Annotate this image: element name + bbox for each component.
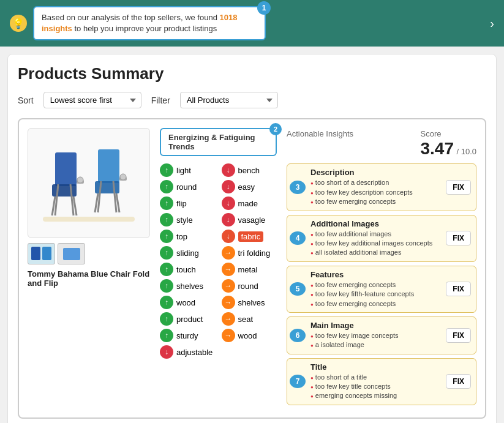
insight-row: 6Main Imagetoo few key image conceptsa i… — [287, 316, 476, 354]
trend-dot: → — [222, 246, 235, 260]
trend-dot: ↑ — [160, 329, 173, 342]
insight-badge: 4 — [290, 231, 306, 245]
score-label: Score — [421, 129, 442, 138]
banner-message: Based on our analysis of the top sellers… — [33, 6, 266, 40]
filter-select[interactable]: All Products — [180, 92, 278, 108]
trend-dot: → — [222, 312, 235, 326]
insight-bullet: too few key description concepts — [310, 188, 443, 197]
banner-text-prefix: Based on our analysis of the top sellers… — [42, 13, 220, 22]
trend-label: style — [176, 215, 193, 225]
trend-dot: → — [222, 329, 235, 342]
trend-dot: ↑ — [160, 279, 173, 293]
insight-bullet: too few additional images — [310, 230, 443, 239]
trend-dot: ↑ — [160, 213, 173, 226]
page-title: Products Summary — [18, 64, 486, 83]
fix-button[interactable]: FIX — [446, 231, 471, 245]
trend-item: →shelves — [222, 296, 277, 309]
fix-button[interactable]: FIX — [446, 282, 471, 296]
trend-dot: ↑ — [160, 296, 173, 309]
insight-row: 5Featurestoo few emerging conceptstoo fe… — [287, 266, 476, 313]
trend-item: ↑wood — [160, 296, 216, 309]
svg-point-16 — [120, 174, 126, 180]
trend-item: ↓adjustable — [160, 345, 216, 359]
trend-dot: ↑ — [160, 163, 173, 177]
trend-item: →metal — [222, 263, 277, 276]
insight-bullet: emerging concepts missing — [310, 391, 443, 400]
trend-item: ↑flip — [160, 197, 216, 210]
trend-label: shelves — [238, 298, 265, 307]
insight-badge: 3 — [290, 181, 306, 194]
insight-bullets: too few additional imagestoo few key add… — [310, 230, 443, 258]
insight-section-name: Description — [310, 168, 443, 177]
trend-label: wood — [176, 298, 195, 307]
trend-dot: ↓ — [222, 230, 235, 243]
trend-label: top — [176, 232, 187, 241]
trend-item: ↑sturdy — [160, 329, 216, 342]
svg-rect-18 — [42, 247, 51, 260]
insight-section-name: Additional Images — [310, 219, 443, 228]
trend-label: adjustable — [176, 348, 213, 357]
product-svg — [37, 131, 141, 235]
svg-rect-2 — [52, 184, 77, 197]
svg-rect-19 — [63, 248, 80, 260]
fix-button[interactable]: FIX — [446, 328, 471, 343]
main-content: Products Summary Sort Lowest score first… — [7, 54, 497, 423]
fix-button[interactable]: FIX — [446, 180, 471, 195]
trend-item: ↑top — [160, 230, 216, 243]
trend-item: ↑product — [160, 312, 216, 326]
trend-dot: ↓ — [222, 163, 235, 177]
trend-dot: ↑ — [160, 246, 173, 260]
fix-button[interactable]: FIX — [446, 374, 471, 389]
trend-label: bench — [238, 166, 260, 175]
insight-section-name: Main Image — [310, 321, 443, 330]
trend-item: ↓fabric — [222, 230, 277, 243]
trend-dot: ↑ — [160, 263, 173, 276]
product-thumb-1[interactable] — [28, 243, 55, 264]
trend-item: →round — [222, 279, 277, 293]
trend-dot: ↑ — [160, 230, 173, 243]
insight-section-name: Features — [310, 270, 443, 279]
trend-item: →tri folding — [222, 246, 277, 260]
trend-label: made — [238, 199, 258, 208]
banner-text-suffix: to help you improve your product listing… — [72, 24, 217, 33]
trend-dot: ↑ — [160, 197, 173, 210]
insights-header: Actionable Insights Score 3.47 / 10.0 — [287, 128, 476, 159]
insight-bullet: too short of a description — [310, 178, 443, 187]
trend-label: touch — [176, 265, 196, 274]
trend-item: →seat — [222, 312, 277, 326]
insight-content: Main Imagetoo few key image conceptsa is… — [308, 317, 446, 354]
insight-row: 3Descriptiontoo short of a descriptionto… — [287, 163, 476, 211]
banner-content: 💡 Based on our analysis of the top selle… — [10, 6, 266, 40]
trend-dot: ↓ — [222, 180, 235, 193]
svg-rect-9 — [98, 149, 119, 183]
insights-panel: Actionable Insights Score 3.47 / 10.0 3D… — [287, 128, 476, 408]
trend-label: tri folding — [238, 249, 271, 258]
product-panel: Tommy Bahama Blue Chair Fold and Flip — [28, 128, 150, 408]
insight-bullet: too few key fifth-feature concepts — [310, 290, 443, 299]
score-value: 3.47 — [421, 139, 454, 158]
sort-select[interactable]: Lowest score first — [43, 92, 141, 108]
filter-label: Filter — [151, 95, 170, 105]
trend-label: easy — [238, 182, 255, 192]
insight-bullet: too few key image concepts — [310, 331, 443, 340]
insight-row: 4Additional Imagestoo few additional ima… — [287, 215, 476, 262]
banner-chevron-icon[interactable]: › — [490, 17, 494, 31]
product-thumb-2[interactable] — [58, 243, 85, 264]
trend-item: ↓easy — [222, 180, 277, 193]
insight-content: Featurestoo few emerging conceptstoo few… — [308, 266, 446, 312]
insight-badge: 6 — [290, 329, 306, 342]
insight-bullet: too few emerging concepts — [310, 299, 443, 309]
svg-rect-0 — [43, 217, 135, 222]
insight-bullets: too few key image conceptsa isolated ima… — [310, 331, 443, 350]
trends-header: Energizing & Fatiguing Trends 2 — [160, 128, 277, 156]
insight-bullet: too few key title concepts — [310, 382, 443, 391]
trend-item: ↑touch — [160, 263, 216, 276]
trend-dot: ↑ — [160, 180, 173, 193]
insight-bullet: a isolated image — [310, 340, 443, 350]
trends-grid: ↑light↓bench↑round↓easy↑flip↓made↑style↓… — [160, 163, 277, 359]
insight-bullets: too short of a descriptiontoo few key de… — [310, 178, 443, 206]
trend-dot: ↓ — [222, 213, 235, 226]
insight-bullet: too few emerging concepts — [310, 197, 443, 206]
trend-item: ↓made — [222, 197, 277, 210]
insight-bullet: too few emerging concepts — [310, 280, 443, 290]
